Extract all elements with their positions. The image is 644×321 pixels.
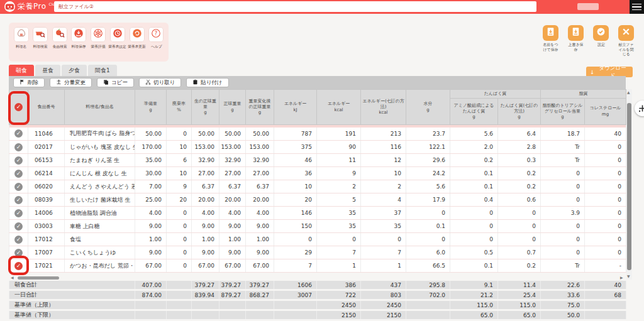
value-cell[interactable]: 6.37 (219, 180, 246, 193)
value-cell[interactable]: 0 (585, 193, 626, 207)
value-cell[interactable]: 9.00 (219, 246, 246, 259)
food-name-cell[interactable]: 生しいたけ 菌床栽培 生 (65, 193, 135, 207)
table-row[interactable]: ✓17007こいくちしょうゆ9.0009.009.009.0029776.00.… (9, 246, 626, 259)
value-cell[interactable]: 27.00 (192, 167, 219, 180)
value-cell[interactable]: 67.00 (246, 259, 274, 273)
toolbar-button-dish-name[interactable]: 料理名 (12, 27, 31, 50)
value-cell[interactable]: 46 (274, 154, 317, 167)
value-cell[interactable]: 0 (585, 233, 626, 246)
value-cell[interactable]: 17.9 (406, 193, 450, 207)
value-cell[interactable]: 0 (541, 180, 585, 193)
edit-button-cut[interactable]: 切り取り (139, 78, 181, 87)
value-cell[interactable]: 90 (317, 141, 361, 154)
toolbar-button-help[interactable]: ?ヘルプ (147, 27, 166, 50)
value-cell[interactable]: 150 (274, 220, 317, 233)
column-header[interactable]: アミノ酸組成によるたんぱく質g (450, 99, 498, 125)
value-cell[interactable]: 9.00 (192, 246, 219, 259)
value-cell[interactable]: 20.00 (219, 193, 246, 207)
value-cell[interactable]: 0 (406, 207, 450, 220)
value-cell[interactable]: 0 (498, 220, 541, 233)
table-row[interactable]: ✓11046乳用肥育牛肉 ばら 脂身つき 生50.00050.0050.0050… (9, 128, 626, 141)
table-row[interactable]: ✓17012食塩1.0001.001.001.0000000000 (9, 233, 626, 246)
value-cell[interactable]: 6.0 (406, 246, 450, 259)
column-header[interactable]: エネルギーkcal (317, 90, 361, 125)
checkbox-checked-icon[interactable]: ✓ (14, 156, 23, 165)
food-code-cell[interactable]: 14006 (28, 207, 65, 220)
value-cell[interactable]: 0 (167, 233, 192, 246)
value-cell[interactable]: 50.00 (135, 128, 167, 141)
value-cell[interactable]: 29 (274, 246, 317, 259)
value-cell[interactable]: 0.2 (498, 180, 541, 193)
food-name-cell[interactable]: 食塩 (65, 233, 135, 246)
value-cell[interactable]: 10 (274, 180, 317, 193)
vertical-scroll-thumb[interactable] (627, 103, 631, 270)
value-cell[interactable]: 0 (585, 154, 626, 167)
checkbox-checked-icon[interactable]: ✓ (14, 129, 23, 138)
value-cell[interactable]: 32.90 (219, 154, 246, 167)
value-cell[interactable]: 2.8 (498, 141, 541, 154)
value-cell[interactable]: 153.00 (192, 141, 219, 154)
value-cell[interactable]: 170.00 (135, 141, 167, 154)
value-cell[interactable]: 153.00 (246, 141, 274, 154)
food-code-cell[interactable]: 17012 (28, 233, 65, 246)
checkbox-checked-icon[interactable]: ✓ (14, 170, 23, 178)
value-cell[interactable]: 0 (541, 233, 585, 246)
value-cell[interactable]: 4.00 (135, 207, 167, 220)
value-cell[interactable]: 25.00 (135, 193, 167, 207)
value-cell[interactable]: 35 (361, 220, 406, 233)
value-cell[interactable]: 0.1 (450, 180, 498, 193)
toolbar-button-nutrition-settings[interactable]: 栄養表設定 (108, 27, 127, 50)
value-cell[interactable]: 1.00 (219, 233, 246, 246)
value-cell[interactable]: 1.00 (135, 233, 167, 246)
checkbox-checked-icon[interactable]: ✓ (14, 249, 23, 257)
checkbox-checked-icon[interactable]: ✓ (14, 236, 23, 244)
value-cell[interactable]: 9 (167, 180, 192, 193)
value-cell[interactable]: 4 (361, 193, 406, 207)
column-header[interactable]: コレステロールmg (585, 99, 626, 125)
value-cell[interactable]: 0.1 (450, 167, 498, 180)
value-cell[interactable]: 27.00 (246, 167, 274, 180)
value-cell[interactable]: 9 (317, 167, 361, 180)
value-cell[interactable]: 20.00 (246, 193, 274, 207)
food-name-cell[interactable]: たまねぎ りん茎 生 (65, 154, 135, 167)
value-cell[interactable]: 9.00 (135, 220, 167, 233)
value-cell[interactable]: 0 (167, 207, 192, 220)
value-cell[interactable]: 1.00 (192, 233, 219, 246)
value-cell[interactable]: 29.6 (406, 154, 450, 167)
table-row[interactable]: ✓02017じゃがいも 塊茎 皮なし 生170.0010153.00153.00… (9, 141, 626, 154)
value-cell[interactable]: 122.1 (406, 141, 450, 154)
food-name-cell[interactable]: かつお・昆布だし 荒節・昆布だし (65, 259, 135, 273)
meal-tab-1[interactable]: 昼食 (35, 65, 60, 76)
file-action-settings[interactable]: 設定 (590, 25, 612, 59)
column-header[interactable]: エネルギーkJ (274, 90, 317, 125)
value-cell[interactable]: 5.6 (450, 128, 498, 141)
value-cell[interactable]: 20 (274, 193, 317, 207)
edit-button-copy[interactable]: コピー (97, 78, 134, 87)
value-cell[interactable]: 116 (361, 141, 406, 154)
value-cell[interactable]: 153.00 (219, 141, 246, 154)
value-cell[interactable]: 4.00 (219, 207, 246, 220)
value-cell[interactable]: 0 (585, 207, 626, 220)
value-cell[interactable]: 0 (585, 180, 626, 193)
food-code-cell[interactable]: 08039 (28, 193, 65, 207)
food-code-cell[interactable]: 02017 (28, 141, 65, 154)
row-checkbox-cell[interactable]: ✓ (9, 141, 28, 154)
value-cell[interactable]: 23.7 (406, 128, 450, 141)
value-cell[interactable]: 7 (317, 246, 361, 259)
value-cell[interactable]: 0 (167, 128, 192, 141)
value-cell[interactable]: 9.00 (246, 220, 274, 233)
value-cell[interactable]: Tr (541, 154, 585, 167)
value-cell[interactable]: 787 (274, 128, 317, 141)
value-cell[interactable]: 0 (541, 246, 585, 259)
menu-button[interactable] (630, 0, 644, 14)
value-cell[interactable]: 6.4 (498, 128, 541, 141)
file-action-save-as[interactable]: 名前をつけて保存 (540, 25, 562, 59)
vertical-scrollbar[interactable]: ▲ ▼ (626, 89, 632, 280)
value-cell[interactable]: 1.00 (246, 233, 274, 246)
value-cell[interactable]: 6.37 (246, 180, 274, 193)
food-code-cell[interactable]: 17021 (28, 259, 65, 273)
column-header[interactable]: 廃棄率% (167, 90, 192, 125)
food-code-cell[interactable]: 17007 (28, 246, 65, 259)
value-cell[interactable]: 0 (585, 246, 626, 259)
checkbox-checked-red-icon[interactable]: ✓ (14, 262, 23, 270)
